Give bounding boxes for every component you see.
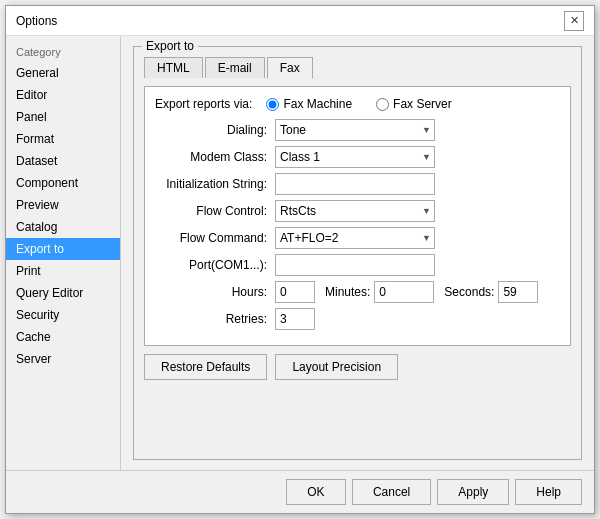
radio-fax-machine-option[interactable]: Fax Machine	[266, 97, 352, 111]
apply-button[interactable]: Apply	[437, 479, 509, 505]
content-area: Category General Editor Panel Format Dat…	[6, 36, 594, 470]
tab-fax-content: Export reports via: Fax Machine Fax Serv…	[144, 86, 571, 346]
export-via-label: Export reports via:	[155, 97, 252, 111]
seconds-input[interactable]	[498, 281, 538, 303]
modem-class-select[interactable]: Class 1 Class 2	[275, 146, 435, 168]
flow-command-label: Flow Command:	[155, 231, 275, 245]
sidebar-item-preview[interactable]: Preview	[6, 194, 120, 216]
sidebar-item-query-editor[interactable]: Query Editor	[6, 282, 120, 304]
dialing-label: Dialing:	[155, 123, 275, 137]
bottom-buttons: Restore Defaults Layout Precision	[144, 354, 571, 380]
radio-fax-machine[interactable]	[266, 98, 279, 111]
export-to-group: Export to HTML E-mail Fax Export reports…	[133, 46, 582, 460]
radio-fax-server-label: Fax Server	[393, 97, 452, 111]
cancel-button[interactable]: Cancel	[352, 479, 431, 505]
port-label: Port(COM1...):	[155, 258, 275, 272]
layout-precision-button[interactable]: Layout Precision	[275, 354, 398, 380]
minutes-input[interactable]	[374, 281, 434, 303]
tab-fax[interactable]: Fax	[267, 57, 313, 79]
flow-command-row: Flow Command: AT+FLO=2 AT+FLO=0	[155, 227, 560, 249]
init-string-label: Initialization String:	[155, 177, 275, 191]
flow-control-row: Flow Control: RtsCts XonXoff None	[155, 200, 560, 222]
options-dialog: Options ✕ Category General Editor Panel …	[5, 5, 595, 514]
sidebar-item-cache[interactable]: Cache	[6, 326, 120, 348]
sidebar-item-component[interactable]: Component	[6, 172, 120, 194]
sidebar-item-editor[interactable]: Editor	[6, 84, 120, 106]
minutes-label: Minutes:	[325, 285, 370, 299]
tab-email[interactable]: E-mail	[205, 57, 265, 78]
init-string-row: Initialization String:	[155, 173, 560, 195]
sidebar-item-print[interactable]: Print	[6, 260, 120, 282]
sidebar-item-security[interactable]: Security	[6, 304, 120, 326]
flow-command-select[interactable]: AT+FLO=2 AT+FLO=0	[275, 227, 435, 249]
close-button[interactable]: ✕	[564, 11, 584, 31]
flow-command-select-wrapper: AT+FLO=2 AT+FLO=0	[275, 227, 435, 249]
restore-defaults-button[interactable]: Restore Defaults	[144, 354, 267, 380]
hours-label: Hours:	[155, 285, 275, 299]
title-bar: Options ✕	[6, 6, 594, 36]
sidebar-item-dataset[interactable]: Dataset	[6, 150, 120, 172]
tab-html[interactable]: HTML	[144, 57, 203, 78]
dialing-select[interactable]: Tone Pulse	[275, 119, 435, 141]
sidebar-item-export-to[interactable]: Export to	[6, 238, 120, 260]
sidebar-item-catalog[interactable]: Catalog	[6, 216, 120, 238]
modem-class-label: Modem Class:	[155, 150, 275, 164]
group-label: Export to	[142, 39, 198, 53]
flow-control-label: Flow Control:	[155, 204, 275, 218]
dialing-row: Dialing: Tone Pulse	[155, 119, 560, 141]
hours-group: Minutes: Seconds:	[275, 281, 538, 303]
radio-fax-server-option[interactable]: Fax Server	[376, 97, 452, 111]
flow-control-select[interactable]: RtsCts XonXoff None	[275, 200, 435, 222]
tab-bar: HTML E-mail Fax	[144, 57, 571, 78]
sidebar-item-general[interactable]: General	[6, 62, 120, 84]
retries-label: Retries:	[155, 312, 275, 326]
port-row: Port(COM1...):	[155, 254, 560, 276]
sidebar: Category General Editor Panel Format Dat…	[6, 36, 121, 470]
sidebar-item-server[interactable]: Server	[6, 348, 120, 370]
ok-button[interactable]: OK	[286, 479, 346, 505]
help-button[interactable]: Help	[515, 479, 582, 505]
radio-fax-server[interactable]	[376, 98, 389, 111]
dialog-title: Options	[16, 14, 57, 28]
retries-input[interactable]	[275, 308, 315, 330]
retries-row: Retries:	[155, 308, 560, 330]
footer: OK Cancel Apply Help	[6, 470, 594, 513]
seconds-label: Seconds:	[444, 285, 494, 299]
sidebar-item-panel[interactable]: Panel	[6, 106, 120, 128]
category-label: Category	[6, 44, 120, 62]
main-panel: Export to HTML E-mail Fax Export reports…	[121, 36, 594, 470]
export-via-row: Export reports via: Fax Machine Fax Serv…	[155, 97, 560, 111]
port-input[interactable]	[275, 254, 435, 276]
dialing-select-wrapper: Tone Pulse	[275, 119, 435, 141]
flow-control-select-wrapper: RtsCts XonXoff None	[275, 200, 435, 222]
init-string-input[interactable]	[275, 173, 435, 195]
hours-row: Hours: Minutes: Seconds:	[155, 281, 560, 303]
radio-fax-machine-label: Fax Machine	[283, 97, 352, 111]
modem-class-select-wrapper: Class 1 Class 2	[275, 146, 435, 168]
modem-class-row: Modem Class: Class 1 Class 2	[155, 146, 560, 168]
sidebar-item-format[interactable]: Format	[6, 128, 120, 150]
hours-input[interactable]	[275, 281, 315, 303]
